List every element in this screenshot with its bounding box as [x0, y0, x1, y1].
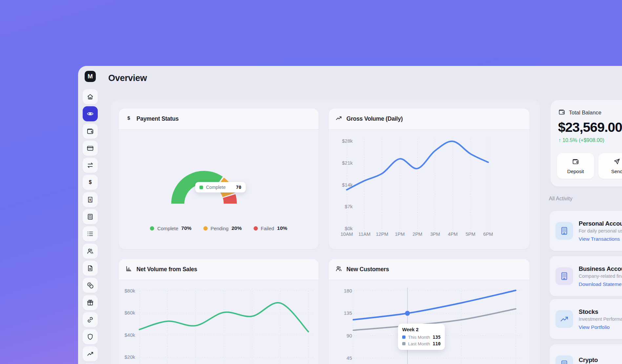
legend-label: Failed	[261, 226, 274, 231]
payment-status-title: Payment Status	[136, 115, 179, 122]
sidebar-item-invoices[interactable]: $	[83, 192, 98, 207]
svg-text:1PM: 1PM	[395, 232, 405, 237]
total-balance-card: Total Balance $23,569.00 ↑ 10.5% (+$908.…	[550, 100, 622, 187]
gross-volume-line-chart[interactable]: $28k$21k$14k$7k$0k10AM11AM12PM1PM2PM3PM4…	[329, 130, 529, 249]
svg-text:3PM: 3PM	[430, 232, 440, 237]
calculator-icon	[87, 213, 94, 220]
sidebar-item-transactions[interactable]	[83, 226, 98, 241]
activity-subtitle: Company-related finances	[579, 273, 622, 279]
wallet-icon	[558, 109, 565, 117]
tooltip-row: This Month 135	[402, 334, 441, 340]
sidebar-item-home[interactable]	[83, 89, 98, 104]
sidebar-item-analytics[interactable]	[83, 346, 98, 361]
dollar-icon: $	[87, 179, 94, 186]
sidebar-item-calculator[interactable]	[83, 209, 98, 224]
home-icon	[87, 93, 94, 100]
sidebar-item-payments[interactable]: $	[83, 175, 98, 190]
svg-text:$60k: $60k	[124, 310, 135, 315]
balance-actions: Deposit Send	[557, 153, 622, 179]
net-volume-line-chart[interactable]: $80k$60k$40k$20k	[119, 280, 319, 364]
tooltip-title: Week 2	[402, 327, 441, 332]
app-logo: M	[85, 71, 96, 82]
gross-volume-chart-area: $28k$21k$14k$7k$0k10AM11AM12PM1PM2PM3PM4…	[329, 130, 529, 249]
legend-value: 70%	[181, 225, 192, 231]
total-balance-label: Total Balance	[569, 110, 601, 116]
svg-text:$20k: $20k	[124, 354, 135, 360]
legend-dot	[150, 226, 154, 231]
sidebar-item-coins[interactable]	[83, 278, 98, 293]
page-title: Overview	[108, 73, 147, 83]
legend-item-failed: Failed10%	[254, 225, 287, 231]
link-icon	[87, 316, 94, 323]
net-volume-title: Net Volume from Sales	[136, 266, 197, 273]
activity-title: Crypto	[579, 356, 619, 364]
view-portfolio-link[interactable]: View Portfolio	[579, 324, 622, 330]
dashboard-screen: { "app": { "logo_text": "M", "page_title…	[0, 0, 622, 364]
svg-text:$0k: $0k	[345, 226, 353, 231]
building-icon	[555, 267, 573, 285]
arrows-left-right-icon	[87, 162, 94, 169]
app-window: M Overview $$ $ Payment Status Complete …	[78, 66, 622, 364]
svg-text:$28k: $28k	[342, 138, 353, 144]
svg-text:$7k: $7k	[345, 204, 353, 209]
gross-volume-title: Gross Volume (Daily)	[346, 115, 403, 122]
activity-card-business-account: Business Account Company-related finance…	[549, 256, 622, 296]
tooltip-label: Last Month	[408, 341, 430, 346]
gauge-tooltip: Complete 70	[195, 182, 246, 192]
sidebar-item-cards[interactable]	[83, 141, 98, 156]
activity-card-personal-account: Personal Account For daily personal use …	[549, 211, 622, 251]
building-icon	[555, 222, 573, 240]
svg-text:$: $	[89, 180, 92, 185]
legend-item-complete: Complete70%	[150, 225, 191, 231]
sidebar-item-rewards[interactable]	[83, 295, 98, 310]
svg-text:$: $	[89, 198, 91, 201]
sidebar-item-links[interactable]	[83, 312, 98, 327]
view-transactions-link[interactable]: View Transactions	[579, 236, 622, 242]
sidebar-item-transfers[interactable]	[83, 158, 98, 173]
gross-volume-card: Gross Volume (Daily) $28k$21k$14k$7k$0k1…	[329, 109, 529, 249]
shield-icon	[87, 333, 94, 340]
sidebar-item-customers[interactable]	[83, 244, 98, 259]
total-balance-delta: ↑ 10.5% (+$908.00)	[558, 137, 604, 143]
svg-text:$21k: $21k	[342, 160, 353, 166]
send-icon	[613, 158, 620, 166]
svg-text:$: $	[127, 115, 130, 121]
new-customers-line-chart[interactable]: 1801359045	[329, 280, 529, 364]
svg-text:$40k: $40k	[124, 332, 135, 338]
svg-text:5PM: 5PM	[466, 232, 475, 237]
chart-tooltip: Week 2 This Month 135 Last Month 110	[398, 324, 445, 350]
sidebar-item-security[interactable]	[83, 329, 98, 344]
sidebar-item-overview[interactable]	[83, 106, 98, 121]
credit-card-icon	[87, 145, 94, 152]
eye-icon	[87, 110, 94, 117]
svg-text:12PM: 12PM	[376, 232, 388, 237]
svg-text:135: 135	[344, 310, 352, 316]
tooltip-swatch	[199, 186, 203, 189]
sidebar-item-documents[interactable]	[83, 261, 98, 276]
send-button-label: Send	[611, 169, 622, 174]
tooltip-value: 110	[433, 341, 441, 346]
download-statements-link[interactable]: Download Statements	[579, 281, 622, 287]
legend-label: Pending	[211, 226, 229, 231]
svg-text:$80k: $80k	[124, 288, 135, 293]
new-customers-title: New Customers	[346, 266, 389, 273]
tooltip-value: 135	[433, 334, 441, 340]
payment-status-header: $ Payment Status	[119, 109, 319, 130]
svg-text:45: 45	[346, 355, 352, 361]
legend-item-pending: Pending20%	[203, 225, 242, 231]
wallet-icon	[572, 158, 579, 166]
list-icon	[87, 230, 94, 237]
users-icon	[87, 248, 94, 255]
svg-text:10AM: 10AM	[341, 232, 353, 237]
send-button[interactable]: Send	[598, 153, 622, 179]
total-balance-amount: $23,569.00	[558, 120, 622, 135]
wallet-icon	[87, 128, 94, 135]
svg-text:$14k: $14k	[342, 182, 353, 188]
trend-up-icon	[335, 115, 342, 123]
tooltip-value: 70	[236, 185, 241, 190]
sidebar-item-wallet[interactable]	[83, 124, 98, 139]
deposit-button[interactable]: Deposit	[557, 153, 594, 179]
payment-status-card: $ Payment Status Complete 70 Complete70%…	[119, 109, 319, 249]
svg-text:4PM: 4PM	[448, 232, 458, 237]
tooltip-row: Last Month 110	[402, 341, 441, 346]
